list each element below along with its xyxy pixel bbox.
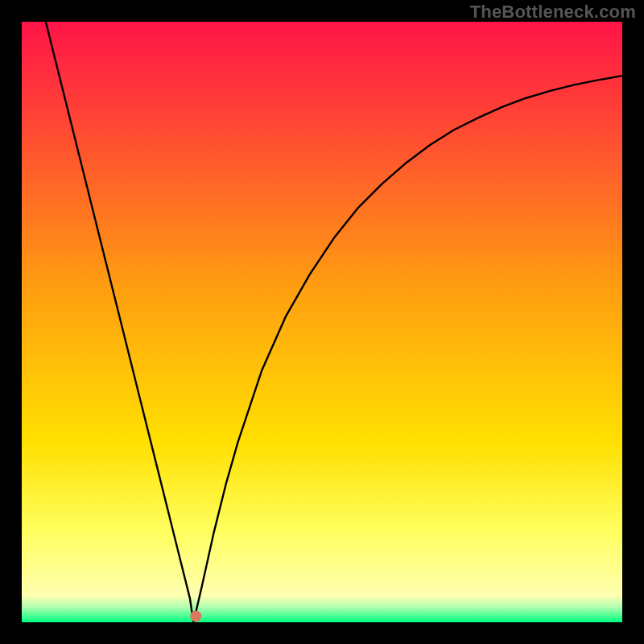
plot-svg: [22, 22, 622, 622]
watermark-text: TheBottleneck.com: [470, 2, 636, 23]
chart-frame: TheBottleneck.com: [0, 0, 644, 644]
marker-dot: [190, 611, 201, 622]
plot-area: [22, 22, 622, 622]
plot-background: [22, 22, 622, 622]
